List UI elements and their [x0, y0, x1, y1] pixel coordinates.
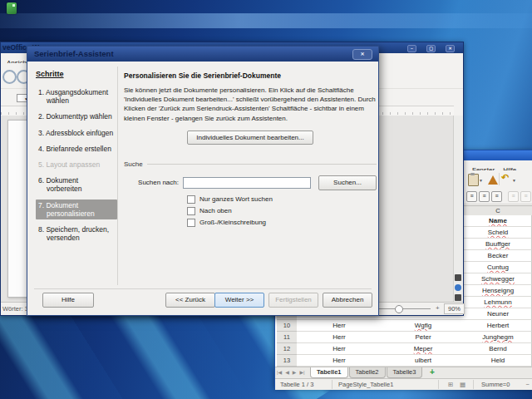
- cell[interactable]: Held: [465, 355, 532, 367]
- align-button[interactable]: ≡: [466, 191, 477, 202]
- checkbox[interactable]: [187, 195, 195, 204]
- panel-separator: [117, 66, 118, 285]
- cell[interactable]: Becker: [465, 250, 532, 262]
- insert-mode-icon[interactable]: ⊞: [448, 381, 453, 388]
- cell[interactable]: Herbert: [465, 320, 532, 332]
- page-style-label[interactable]: PageStyle_Tabelle1: [338, 381, 393, 388]
- close-button[interactable]: ✕: [352, 49, 372, 60]
- checkbox[interactable]: [187, 207, 195, 215]
- group-divider: [147, 164, 377, 165]
- row-header[interactable]: 10: [277, 320, 298, 332]
- cell[interactable]: Cuntug: [465, 262, 532, 273]
- search-option[interactable]: Nur ganzes Wort suchen: [187, 195, 377, 204]
- cell[interactable]: Herr: [297, 332, 382, 343]
- clone-formatting-icon[interactable]: [488, 175, 498, 185]
- calc-statusbar: Tabelle 1 / 3 PageStyle_Tabelle1 ⊞ ▦ Sum…: [275, 378, 532, 390]
- cell[interactable]: Bernd: [465, 343, 532, 355]
- sheet-tab-tabelle2[interactable]: Tabelle2: [349, 367, 386, 378]
- zoom-level[interactable]: 90%: [444, 303, 465, 314]
- next-sheet-icon[interactable]: ▶: [291, 367, 298, 378]
- back-button[interactable]: << Zurück: [165, 293, 215, 308]
- finish-button[interactable]: Fertigstellen: [268, 293, 318, 308]
- row-header[interactable]: 11: [277, 332, 298, 343]
- wizard-step[interactable]: 8. Speichern, drucken, versenden: [36, 224, 117, 244]
- next-button[interactable]: Weiter >>: [214, 293, 264, 308]
- zoom-in-icon[interactable]: +: [436, 304, 440, 312]
- wizard-step[interactable]: 4. Briefanrede erstellen: [36, 143, 117, 155]
- table-row[interactable]: 12HerrMeperBernd: [275, 343, 532, 355]
- table-row[interactable]: 11HerrPeterJunghegm: [275, 332, 532, 343]
- last-sheet-icon[interactable]: ▶|: [298, 367, 306, 378]
- cell[interactable]: Buuffger: [465, 239, 532, 250]
- cell[interactable]: Peter: [382, 332, 466, 343]
- search-input[interactable]: [183, 177, 311, 189]
- sheet-tab-tabelle1[interactable]: Tabelle1: [310, 367, 347, 378]
- desktop-shortcut-icon[interactable]: [7, 2, 17, 14]
- paste-dropdown-icon[interactable]: ▼: [479, 178, 483, 183]
- previous-sheet-icon[interactable]: ◀: [283, 367, 291, 378]
- search-button[interactable]: Suchen...: [318, 175, 377, 190]
- cell[interactable]: Meper: [382, 343, 466, 355]
- row-header[interactable]: 12: [277, 343, 298, 355]
- previous-page-button[interactable]: [455, 274, 461, 281]
- statusbar-separator: [332, 380, 332, 389]
- cell[interactable]: Name: [465, 215, 532, 227]
- cell[interactable]: Junghegm: [465, 332, 532, 343]
- next-page-button[interactable]: [455, 294, 461, 301]
- checkbox-label: Nur ganzes Wort suchen: [200, 195, 273, 203]
- sheet-position-label: Tabelle 1 / 3: [280, 381, 313, 388]
- cell[interactable]: Wgflg: [382, 320, 466, 332]
- cell[interactable]: Herr: [297, 343, 382, 355]
- footer-divider: [34, 288, 372, 289]
- undo-icon[interactable]: ↶: [501, 172, 509, 183]
- toolbar-icon[interactable]: [2, 70, 17, 84]
- cell[interactable]: Herr: [297, 320, 382, 332]
- selection-mode-icon[interactable]: ▦: [460, 381, 466, 388]
- table-row[interactable]: 13HerrulbertHeld: [275, 355, 532, 367]
- dialog-titlebar[interactable]: Serienbrief-Assistent ✕: [27, 47, 378, 62]
- cell[interactable]: Henseigng: [465, 285, 532, 297]
- align-button[interactable]: ≡: [479, 191, 490, 202]
- help-button[interactable]: Hilfe: [42, 293, 94, 308]
- wizard-step[interactable]: 1. Ausgangsdokument wählen: [36, 86, 117, 106]
- first-sheet-icon[interactable]: |◀: [275, 367, 283, 378]
- paste-icon[interactable]: [468, 174, 479, 186]
- sheet-tab-bar[interactable]: |◀◀▶▶| Tabelle1Tabelle2Tabelle3 +: [275, 367, 532, 379]
- edit-individual-document-button[interactable]: Individuelles Dokument bearbeiten...: [187, 131, 313, 145]
- cell[interactable]: Herr: [297, 355, 382, 367]
- wizard-step[interactable]: 5. Layout anpassen: [36, 159, 117, 170]
- vertical-scrollbar[interactable]: [453, 116, 463, 303]
- minimize-icon[interactable]: –: [407, 45, 416, 52]
- undo-dropdown-icon[interactable]: ▼: [512, 178, 516, 183]
- align-button[interactable]: ≡: [491, 191, 502, 202]
- close-icon: ✕: [360, 52, 364, 57]
- zoom-out-icon[interactable]: −: [526, 381, 530, 388]
- cell[interactable]: Schwegger: [465, 273, 532, 285]
- sheet-tab-tabelle3[interactable]: Tabelle3: [387, 367, 423, 378]
- checkbox[interactable]: [187, 219, 195, 227]
- row-header[interactable]: 13: [277, 355, 298, 367]
- wizard-step[interactable]: 7. Dokument personalisieren: [36, 200, 117, 219]
- cancel-button[interactable]: Abbrechen: [323, 293, 372, 308]
- cell[interactable]: ulbert: [382, 355, 466, 367]
- maximize-icon[interactable]: ▢: [426, 45, 436, 52]
- statusbar-separator: [438, 380, 439, 389]
- search-option[interactable]: Groß-/Kleinschreibung: [187, 219, 377, 227]
- navigation-button[interactable]: [455, 284, 461, 291]
- close-icon[interactable]: ✕: [446, 45, 455, 52]
- search-option[interactable]: Nach oben: [187, 207, 377, 215]
- toolbar-button[interactable]: ≡: [520, 191, 531, 202]
- dialog-title: Serienbrief-Assistent: [34, 49, 114, 58]
- zoom-slider-handle[interactable]: [395, 305, 403, 313]
- table-row[interactable]: 10HerrWgflgHerbert: [275, 320, 532, 332]
- mail-merge-wizard-dialog[interactable]: Serienbrief-Assistent ✕ Schritte 1. Ausg…: [27, 46, 379, 316]
- description-text: Sie können jetzt die Dokumente personali…: [124, 86, 377, 123]
- toolbar-button[interactable]: ≡: [508, 191, 519, 202]
- cell[interactable]: Lehmunn: [465, 297, 532, 308]
- cell[interactable]: Scheld: [465, 227, 532, 239]
- wizard-step[interactable]: 3. Adressblock einfügen: [36, 127, 117, 139]
- add-sheet-button[interactable]: +: [427, 367, 437, 377]
- wizard-step[interactable]: 6. Dokument vorbereiten: [36, 175, 117, 195]
- wizard-step[interactable]: 2. Dokumenttyp wählen: [36, 111, 117, 122]
- cell[interactable]: Neuner: [465, 308, 532, 320]
